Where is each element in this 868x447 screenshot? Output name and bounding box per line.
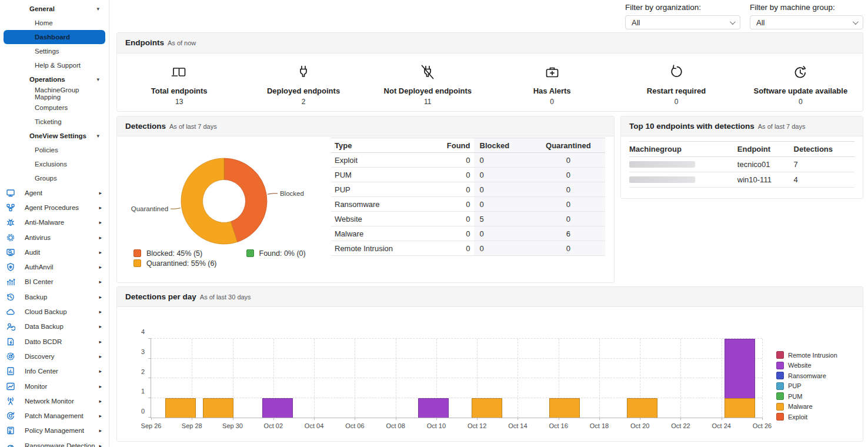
- endpoint-card-restart-required: Restart required 0: [614, 61, 738, 106]
- chevron-down-icon: ▾: [96, 76, 99, 82]
- sidebar-module-label: Network Monitor: [25, 398, 74, 405]
- legend-item-exploit: Exploit: [776, 413, 854, 421]
- top-endpoints-table: MachinegroupEndpointDetections tecnico01…: [629, 141, 854, 188]
- detections-table-row: Remote Intrusion000: [331, 241, 605, 256]
- donut-label-quarantined: Quarantined: [131, 205, 168, 212]
- legend-swatch-icon: [776, 351, 784, 359]
- line-chart-icon: [6, 382, 19, 391]
- x-axis-label: Sep 26: [141, 422, 162, 429]
- bar-oct-12[interactable]: [472, 398, 502, 418]
- endpoints-title: Endpoints: [125, 38, 164, 47]
- endpoints-subtitle: As of now: [168, 39, 196, 46]
- detections-table-row: PUP000: [331, 182, 605, 197]
- plug-icon: [294, 61, 313, 82]
- sidebar-module-agent-procedures[interactable]: Agent Procedures ▸: [0, 200, 109, 215]
- endpoint-card-deployed-endpoints: Deployed endpoints 2: [241, 61, 365, 106]
- detections-body: Blocked Quarantined Blocked: 45% (5) Qua…: [117, 136, 614, 283]
- monitor-search-icon: [6, 248, 19, 257]
- bar-oct-10[interactable]: [418, 398, 449, 418]
- sidebar-module-datto-bcdr[interactable]: Datto BCDR ▸: [0, 334, 109, 349]
- sidebar: General ▾HomeDashboardSettingsHelp & Sup…: [0, 0, 109, 447]
- chevron-right-icon: ▸: [99, 264, 102, 270]
- sidebar-section-oneview-settings[interactable]: OneView Settings ▾: [0, 129, 109, 143]
- sidebar-module-agent[interactable]: Agent ▸: [0, 185, 109, 200]
- x-axis-label: Oct 18: [590, 422, 609, 429]
- sidebar-module-policy-management[interactable]: Policy Management ▸: [0, 423, 109, 438]
- sidebar-module-label: Policy Management: [25, 427, 84, 434]
- bar-oct-16[interactable]: [549, 398, 580, 418]
- endpoint-detections: 4: [794, 172, 854, 188]
- sidebar-item-groups[interactable]: Groups: [4, 171, 105, 185]
- sidebar-module-backup[interactable]: Backup ▸: [0, 289, 109, 304]
- organization-select[interactable]: All: [625, 15, 740, 29]
- patch-sync-icon: [6, 411, 19, 421]
- sidebar-item-machinegroup-mapping[interactable]: MachineGroup Mapping: [4, 86, 105, 101]
- sidebar-module-audit[interactable]: Audit ▸: [0, 245, 109, 259]
- sidebar-module-discovery[interactable]: Discovery ▸: [0, 349, 109, 363]
- legend-item-pup: PUP: [776, 382, 854, 390]
- sidebar-module-patch-management[interactable]: Patch Management ▸: [0, 408, 109, 423]
- machine-group-filter-label: Filter by machine group:: [750, 3, 863, 12]
- sidebar-module-authanvil[interactable]: AuthAnvil ▸: [0, 259, 109, 274]
- cloud-icon: [6, 307, 19, 316]
- sidebar-module-label: Audit: [25, 249, 40, 256]
- sidebar-module-ransomware-detection[interactable]: Ransomware Detection ▸: [0, 438, 109, 447]
- endpoint-card-value: 0: [799, 98, 803, 106]
- bar-oct-02[interactable]: [262, 398, 293, 418]
- top-filter-bar: Filter by organization: All Filter by ma…: [109, 0, 868, 32]
- legend-item-website: Website: [776, 362, 854, 369]
- sidebar-item-help-amp-support[interactable]: Help & Support: [4, 58, 105, 72]
- sidebar-module-info-center[interactable]: Info Center ▸: [0, 364, 109, 379]
- top-endpoints-col-detections: Detections: [794, 142, 854, 157]
- sidebar-module-label: Anti-Malware: [25, 219, 64, 226]
- bar-oct-20[interactable]: [627, 398, 657, 418]
- first-aid-icon: [543, 61, 562, 82]
- sidebar-section-label: Operations: [29, 76, 65, 83]
- machine-group-select[interactable]: All: [750, 15, 863, 29]
- main-content: Filter by organization: All Filter by ma…: [109, 0, 868, 447]
- x-axis-label: Oct 12: [468, 422, 486, 429]
- y-axis-label: 3: [141, 348, 145, 355]
- y-axis-label: 4: [141, 328, 145, 335]
- chevron-right-icon: ▸: [99, 205, 102, 211]
- sidebar-item-dashboard[interactable]: Dashboard: [4, 30, 105, 44]
- sidebar-module-label: BI Center: [25, 278, 54, 285]
- detections-col-quarantined: Quarantined: [532, 138, 605, 153]
- legend-swatch-icon: [776, 362, 784, 369]
- legend-swatch-icon: [776, 403, 784, 411]
- detections-panel: Detections As of last 7 days Blocked Qua…: [116, 116, 615, 283]
- report-icon: [6, 366, 19, 376]
- devices-icon: [170, 61, 189, 82]
- endpoint-card-label: Software update available: [753, 86, 847, 95]
- sidebar-item-home[interactable]: Home: [4, 16, 105, 30]
- x-axis-label: Oct 08: [386, 422, 405, 429]
- sidebar-module-data-backup[interactable]: Data Backup ▸: [0, 319, 109, 334]
- legend-item-ransomware: Ransomware: [776, 372, 854, 379]
- sidebar-module-cloud-backup[interactable]: Cloud Backup ▸: [0, 304, 109, 319]
- legend-swatch-icon: [776, 382, 784, 390]
- sidebar-item-policies[interactable]: Policies: [4, 143, 105, 157]
- sidebar-module-network-monitor[interactable]: Network Monitor ▸: [0, 393, 109, 408]
- data-backup-icon: [6, 322, 19, 331]
- sidebar-module-anti-malware[interactable]: Anti-Malware ▸: [0, 215, 109, 230]
- sidebar-item-ticketing[interactable]: Ticketing: [4, 115, 105, 129]
- endpoint-card-value: 2: [302, 98, 306, 106]
- sidebar-module-bi-center[interactable]: BI Center ▸: [0, 275, 109, 289]
- endpoint-card-label: Total endpoints: [151, 86, 208, 95]
- chevron-right-icon: ▸: [99, 219, 102, 225]
- bar-oct-24[interactable]: [725, 339, 755, 418]
- sidebar-section-operations[interactable]: Operations ▾: [0, 72, 109, 86]
- sidebar-item-exclusions[interactable]: Exclusions: [4, 157, 105, 171]
- sidebar-section-general[interactable]: General ▾: [0, 2, 109, 16]
- sidebar-item-computers[interactable]: Computers: [4, 101, 105, 115]
- sidebar-module-monitor[interactable]: Monitor ▸: [0, 379, 109, 393]
- sidebar-module-antivirus[interactable]: Antivirus ▸: [0, 230, 109, 245]
- sidebar-item-settings[interactable]: Settings: [4, 44, 105, 58]
- legend-swatch-icon: [776, 372, 784, 379]
- bar-sep-27[interactable]: [165, 398, 196, 418]
- endpoint-detections: 7: [794, 157, 854, 172]
- bar-sep-29[interactable]: [203, 398, 233, 418]
- x-axis-label: Oct 16: [549, 422, 567, 429]
- bar-segment-website: [262, 398, 293, 418]
- detections-per-day-panel: Detections per day As of last 30 days 01…: [116, 286, 863, 442]
